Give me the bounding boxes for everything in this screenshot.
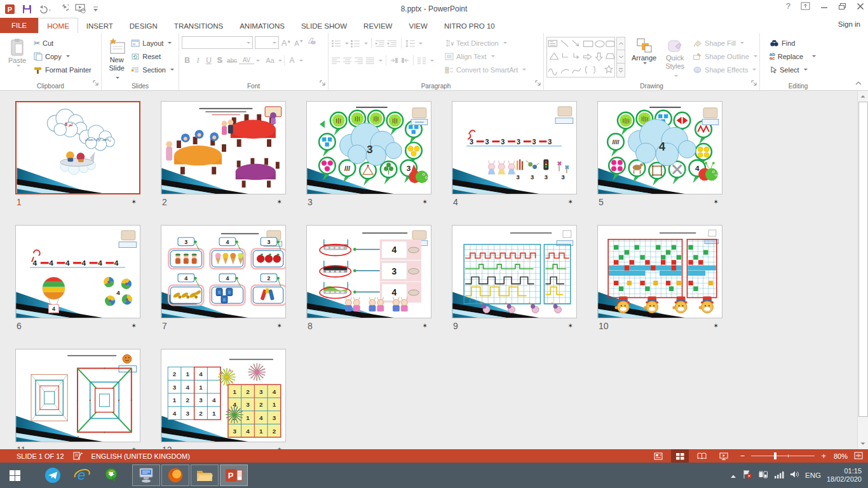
telegram-icon[interactable]: [38, 463, 67, 488]
zoom-out-icon[interactable]: −: [740, 451, 745, 461]
shape-effects-button[interactable]: Shape Effects: [691, 63, 759, 76]
shrink-font-button[interactable]: A▼: [294, 39, 304, 47]
slide-thumbnail-5[interactable]: //// 4 4: [597, 101, 722, 194]
zoom-slider-thumb[interactable]: [774, 452, 776, 459]
copy-button[interactable]: Copy: [32, 50, 93, 63]
start-button[interactable]: [0, 463, 29, 488]
slide-thumbnail-3[interactable]: /// 3 3: [306, 101, 431, 194]
slide-thumbnail-8[interactable]: 4 3: [306, 225, 431, 318]
clipboard-dialog-launcher-icon[interactable]: [93, 77, 98, 88]
clear-formatting-button[interactable]: [306, 37, 316, 48]
slide-thumbnail-9[interactable]: [452, 225, 577, 318]
minimize-icon[interactable]: [820, 3, 828, 10]
language-indicator[interactable]: ENGLISH (UNITED KINGDOM): [92, 452, 190, 460]
justify-icon[interactable]: [365, 57, 376, 65]
grow-font-button[interactable]: A▲: [281, 38, 292, 48]
find-button[interactable]: Find: [768, 36, 834, 50]
shape-fill-button[interactable]: Shape Fill: [691, 36, 759, 50]
volume-icon[interactable]: [790, 470, 799, 481]
text-shadow-button[interactable]: S: [214, 56, 225, 65]
slide-thumbnail-12[interactable]: 214 341 1234 4321 1234 4321 2143: [161, 349, 286, 442]
columns-icon[interactable]: [417, 57, 427, 65]
scroll-up-icon[interactable]: [858, 91, 868, 102]
ltr-direction-icon[interactable]: [390, 57, 399, 64]
scrollbar-thumb[interactable]: [858, 102, 868, 417]
collapse-ribbon-icon[interactable]: [855, 76, 862, 88]
close-icon[interactable]: [857, 3, 864, 10]
gallery-more-icon[interactable]: [616, 64, 625, 78]
tab-nitro[interactable]: NITRO PRO 10: [436, 18, 503, 33]
fit-slide-icon[interactable]: [854, 452, 863, 461]
tab-view[interactable]: VIEW: [400, 18, 435, 33]
font-name-combo[interactable]: [182, 36, 253, 49]
line-spacing-icon[interactable]: [405, 39, 416, 48]
slide-thumbnail-7[interactable]: 3 4 3 4 4 2: [161, 225, 286, 318]
zoom-level[interactable]: 80%: [834, 452, 848, 460]
shapes-gallery[interactable]: [546, 37, 615, 78]
drawing-dialog-launcher-icon[interactable]: [751, 77, 757, 88]
tab-file[interactable]: FILE: [0, 18, 38, 33]
strikethrough-button[interactable]: abc: [225, 57, 239, 64]
file-explorer-icon[interactable]: [191, 464, 219, 486]
tray-expand-icon[interactable]: [730, 470, 736, 481]
tab-transitions[interactable]: TRANSITIONS: [166, 18, 231, 33]
decrease-indent-icon[interactable]: [375, 39, 386, 48]
action-center-flag-icon[interactable]: [742, 470, 752, 482]
change-case-button[interactable]: Aa: [264, 57, 276, 64]
idm-icon[interactable]: [97, 463, 126, 488]
replace-button[interactable]: abac Replace: [768, 50, 834, 63]
slide-sorter-view-icon[interactable]: [671, 449, 689, 463]
align-right-icon[interactable]: [354, 57, 364, 65]
tray-clock[interactable]: 01:1518/02/2020: [827, 467, 862, 484]
firefox-icon[interactable]: [161, 464, 189, 486]
restore-icon[interactable]: [838, 3, 846, 10]
slide-thumbnail-4[interactable]: 333333 3333: [452, 101, 577, 194]
slide-thumbnail-11[interactable]: [15, 349, 140, 442]
tab-insert[interactable]: INSERT: [78, 18, 121, 33]
font-color-button[interactable]: A: [287, 56, 297, 65]
font-dialog-launcher-icon[interactable]: [320, 77, 325, 88]
align-center-icon[interactable]: [342, 57, 353, 65]
paste-button[interactable]: Paste: [3, 35, 32, 81]
tab-animations[interactable]: ANIMATIONS: [231, 18, 293, 33]
internet-explorer-icon[interactable]: e: [67, 463, 97, 488]
tab-home[interactable]: HOME: [38, 18, 78, 33]
sign-in-link[interactable]: Sign in: [838, 20, 860, 28]
tray-language[interactable]: ENG: [805, 471, 821, 479]
zoom-slider[interactable]: [751, 456, 815, 456]
notes-normal-view-icon[interactable]: [649, 449, 667, 463]
underline-button[interactable]: U: [203, 56, 214, 65]
text-direction-button[interactable]: Text Direction: [443, 36, 528, 50]
new-slide-button[interactable]: New Slide: [104, 35, 129, 81]
power-battery-icon[interactable]: [758, 470, 768, 481]
reset-button[interactable]: Reset: [129, 50, 176, 63]
section-button[interactable]: Section: [129, 63, 176, 76]
bold-button[interactable]: B: [182, 56, 193, 65]
help-icon[interactable]: ?: [786, 1, 790, 11]
quick-styles-button[interactable]: Quick Styles: [663, 35, 687, 81]
increase-indent-icon[interactable]: [387, 39, 398, 48]
reading-view-icon[interactable]: [693, 449, 711, 463]
slide-thumbnail-1[interactable]: تم 8 ریاضی اول دبستان: [15, 101, 140, 194]
shape-outline-button[interactable]: Shape Outline: [691, 50, 759, 63]
slideshow-view-icon[interactable]: [715, 449, 733, 463]
ribbon-display-options-icon[interactable]: [801, 2, 810, 10]
network-signal-icon[interactable]: [774, 470, 784, 481]
slide-thumbnail-6[interactable]: 444444 4: [15, 225, 140, 318]
scroll-down-icon[interactable]: [858, 438, 868, 449]
slide-thumbnail-10[interactable]: [597, 225, 722, 318]
cut-button[interactable]: ✂ Cut: [32, 36, 93, 50]
layout-button[interactable]: Layout: [129, 36, 176, 50]
gallery-down-icon[interactable]: [616, 50, 625, 64]
font-size-combo[interactable]: [255, 36, 279, 49]
onscreen-keyboard-icon[interactable]: [132, 464, 160, 486]
slide-thumbnail-2[interactable]: [161, 101, 286, 194]
shapes-gallery-scrollbar[interactable]: [616, 37, 625, 78]
convert-smartart-button[interactable]: Convert to SmartArt: [443, 63, 528, 76]
rtl-direction-icon[interactable]: [400, 57, 410, 64]
italic-button[interactable]: I: [193, 56, 203, 65]
tab-slideshow[interactable]: SLIDE SHOW: [293, 18, 355, 33]
tab-design[interactable]: DESIGN: [121, 18, 166, 33]
vertical-scrollbar[interactable]: [857, 91, 868, 449]
character-spacing-button[interactable]: AV: [239, 57, 254, 64]
